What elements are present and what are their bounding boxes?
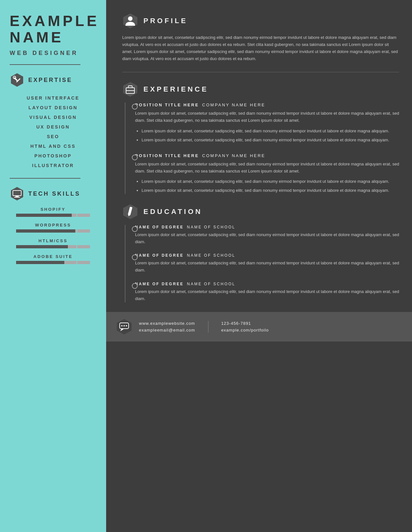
profile-icon <box>122 13 138 29</box>
entry-bullets: Lorem ipsum dolor sit amet, consetetur s… <box>135 128 399 144</box>
timeline-dot <box>132 226 138 232</box>
footer-vertical-divider <box>208 321 208 332</box>
skill-bar-fill <box>16 214 72 217</box>
edu-title-row: NAME OF DEGREE NAME OF SCHOOL <box>135 282 399 286</box>
bullet-item: Lorem ipsum dolor sit amet, consetetur s… <box>142 128 399 135</box>
list-item: VISUAL DESIGN <box>10 112 96 122</box>
position-title: POSITION TITLE HERE <box>135 153 199 158</box>
name-block: EXAMPLE NAME WEB DESIGNER <box>10 13 96 57</box>
expertise-label: EXPERTISE <box>28 77 72 84</box>
footer-col-left: www.examplewebsite.com exampleemail@emai… <box>139 321 195 332</box>
entry-bullets: Lorem ipsum dolor sit amet, consetetur s… <box>135 178 399 194</box>
svg-rect-6 <box>15 196 19 197</box>
footer-contacts: www.examplewebsite.com exampleemail@emai… <box>139 321 402 332</box>
school-name: NAME OF SCHOOL <box>187 282 235 286</box>
name-line2: NAME <box>10 29 96 46</box>
skill-shopify: SHOPIFY <box>10 207 96 217</box>
list-item: PHOTOSHOP <box>10 151 96 161</box>
expertise-list: USER INTERFACE LAYOUT DESIGN VISUAL DESI… <box>10 93 96 170</box>
footer-website: www.examplewebsite.com <box>139 321 195 326</box>
skill-bar-fill <box>16 245 68 248</box>
list-item: ILLUSTRATOR <box>10 161 96 170</box>
sidebar: EXAMPLE NAME WEB DESIGNER EXPERTISE USER… <box>0 0 106 532</box>
divider-2 <box>10 178 80 179</box>
svg-point-20 <box>124 325 125 326</box>
school-name: NAME OF SCHOOL <box>187 225 235 229</box>
name-line1: EXAMPLE <box>10 13 96 29</box>
degree-title: NAME OF DEGREE <box>135 225 184 229</box>
svg-rect-7 <box>14 197 20 198</box>
svg-point-9 <box>128 16 133 21</box>
entry-title-row: POSITION TITLE HERE COMPANY NAME HERE <box>135 102 399 107</box>
experience-icon <box>122 81 138 97</box>
experience-timeline: POSITION TITLE HERE COMPANY NAME HERE Lo… <box>122 102 399 194</box>
timeline-dot <box>132 155 138 160</box>
bullet-item: Lorem ipsum dolor sit amet, consetetur s… <box>142 178 399 185</box>
company-name: COMPANY NAME HERE <box>202 153 265 158</box>
profile-title: PROFILE <box>143 17 188 25</box>
svg-marker-10 <box>123 82 137 97</box>
timeline-dot <box>132 283 138 289</box>
education-timeline: NAME OF DEGREE NAME OF SCHOOL Lorem ipsu… <box>122 225 399 302</box>
tech-skills-label: TECH SKILLS <box>28 191 80 197</box>
footer-bar: www.examplewebsite.com exampleemail@emai… <box>106 312 412 341</box>
bullet-item: Lorem ipsum dolor sit amet, consetetur s… <box>142 187 399 194</box>
education-entry-1: NAME OF DEGREE NAME OF SCHOOL Lorem ipsu… <box>132 225 399 245</box>
expertise-icon <box>10 73 24 87</box>
profile-header: PROFILE <box>122 13 399 29</box>
footer-icon <box>116 318 133 335</box>
edu-description: Lorem ipsum dolor sit amet, consetetur s… <box>135 231 399 245</box>
profile-text: Lorem ipsum dolor sit amet, consetetur s… <box>122 34 399 62</box>
skill-wordpress: WORDPRESS <box>10 223 96 233</box>
entry-title-row: POSITION TITLE HERE COMPANY NAME HERE <box>135 153 399 158</box>
main-divider-1 <box>122 72 399 72</box>
main-content: PROFILE Lorem ipsum dolor sit amet, cons… <box>106 0 412 532</box>
edu-title-row: NAME OF DEGREE NAME OF SCHOOL <box>135 225 399 229</box>
svg-marker-16 <box>117 319 132 334</box>
profile-section: PROFILE Lorem ipsum dolor sit amet, cons… <box>122 13 399 62</box>
edu-title-row: NAME OF DEGREE NAME OF SCHOOL <box>135 253 399 258</box>
company-name: COMPANY NAME HERE <box>202 102 265 107</box>
tech-skills-icon <box>10 186 24 201</box>
education-section: EDUCATION NAME OF DEGREE NAME OF SCHOOL … <box>122 204 399 302</box>
list-item: LAYOUT DESIGN <box>10 103 96 112</box>
skill-bar-bg <box>16 261 90 264</box>
job-title: WEB DESIGNER <box>10 50 96 57</box>
timeline-line <box>125 225 125 302</box>
degree-title: NAME OF DEGREE <box>135 253 184 258</box>
skill-htmlcss: HTLM/CSS <box>10 238 96 248</box>
list-item: UX DESIGN <box>10 122 96 132</box>
education-entry-3: NAME OF DEGREE NAME OF SCHOOL Lorem ipsu… <box>132 282 399 302</box>
footer-portfolio: example.com/portfoilo <box>221 328 269 332</box>
list-item: USER INTERFACE <box>10 93 96 103</box>
experience-entry-2: POSITION TITLE HERE COMPANY NAME HERE Lo… <box>132 153 399 194</box>
degree-title: NAME OF DEGREE <box>135 282 184 286</box>
divider-1 <box>10 64 80 65</box>
timeline-line <box>125 102 125 194</box>
entry-description: Lorem ipsum dolor sit amet, consetetur s… <box>135 110 399 124</box>
position-title: POSITION TITLE HERE <box>135 102 199 107</box>
svg-point-19 <box>121 325 123 326</box>
experience-entry-1: POSITION TITLE HERE COMPANY NAME HERE Lo… <box>132 102 399 143</box>
timeline-dot <box>132 104 138 110</box>
education-entry-2: NAME OF DEGREE NAME OF SCHOOL Lorem ipsu… <box>132 253 399 274</box>
skill-bar-bg <box>16 245 90 248</box>
skill-bar-bg <box>16 214 90 217</box>
entry-description: Lorem ipsum dolor sit amet, consetetur s… <box>135 161 399 175</box>
school-name: NAME OF SCHOOL <box>187 253 235 258</box>
footer-phone: 123-456-7891 <box>221 321 269 326</box>
experience-section: EXPERIENCE POSITION TITLE HERE COMPANY N… <box>122 81 399 194</box>
edu-description: Lorem ipsum dolor sit amet, consetetur s… <box>135 288 399 302</box>
skill-adobe: ADOBE SUITE <box>10 254 96 264</box>
education-icon <box>122 204 138 220</box>
expertise-header: EXPERTISE <box>10 73 96 87</box>
edu-description: Lorem ipsum dolor sit amet, consetetur s… <box>135 260 399 274</box>
skill-bar-bg <box>16 229 90 233</box>
skill-bar-fill <box>16 261 64 264</box>
experience-title: EXPERIENCE <box>143 85 208 93</box>
bullet-item: Lorem ipsum dolor sit amet, consetetur s… <box>142 137 399 144</box>
education-header: EDUCATION <box>122 204 399 220</box>
education-title: EDUCATION <box>143 208 202 216</box>
tech-skills-header: TECH SKILLS <box>10 186 96 201</box>
footer-col-right: 123-456-7891 example.com/portfoilo <box>221 321 269 332</box>
